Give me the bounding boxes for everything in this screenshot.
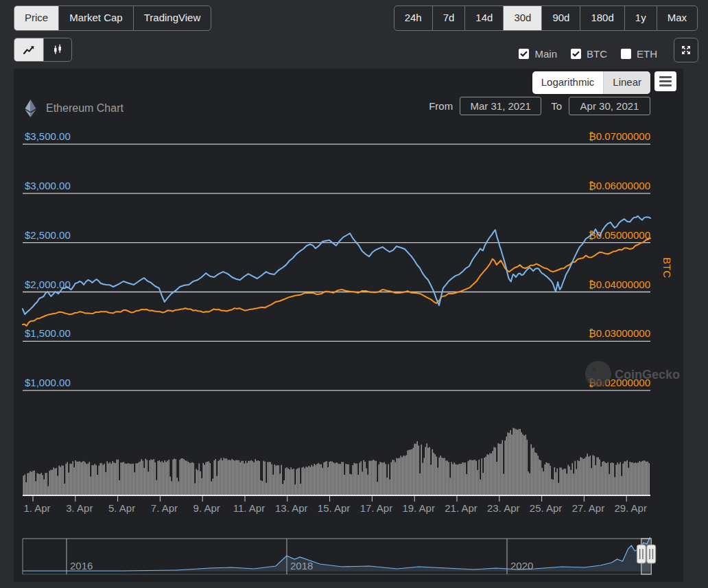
- navigator-handle-right[interactable]: [647, 545, 656, 563]
- date-range-controls: From Mar 31, 2021 To Apr 30, 2021: [429, 97, 650, 115]
- overlay-checkbox-btc[interactable]: BTC: [571, 48, 607, 60]
- scale-button-logarithmic[interactable]: Logarithmic: [532, 71, 604, 94]
- from-label: From: [429, 100, 453, 112]
- view-tab-market-cap[interactable]: Market Cap: [59, 6, 134, 30]
- x-tick-label: 23. Apr: [487, 502, 520, 514]
- chart-title: Ethereum Chart: [25, 99, 123, 117]
- x-tick-label: 11. Apr: [233, 502, 265, 514]
- x-tick-label: 27. Apr: [572, 502, 605, 514]
- expand-arrows-icon: [681, 45, 692, 56]
- watermark-text: CoinGecko: [615, 368, 680, 381]
- chart-type-button-candlestick-chart[interactable]: [44, 38, 71, 61]
- gridlines: [23, 144, 650, 390]
- btc-tick-label: ₿0.07000000: [589, 130, 650, 142]
- ethereum-price-chart[interactable]: $3,500.00$3,000.00$2,500.00$2,000.00$1,5…: [14, 69, 683, 582]
- range-button-30d[interactable]: 30d: [504, 6, 542, 30]
- range-button-180d[interactable]: 180d: [580, 6, 624, 30]
- overlay-checkboxes: MainBTCETH: [519, 48, 657, 60]
- range-button-1y[interactable]: 1y: [625, 6, 657, 30]
- to-label: To: [551, 100, 562, 112]
- candlestick-chart-icon: [52, 44, 63, 56]
- usd-tick-label: $1,000.00: [25, 377, 71, 388]
- usd-tick-label: $1,500.00: [25, 327, 71, 339]
- navigator-sparkline: [23, 537, 650, 571]
- checkbox-unchecked-icon: [621, 49, 631, 59]
- range-button-24h[interactable]: 24h: [394, 6, 433, 30]
- btc-tick-label: ₿0.06000000: [589, 180, 650, 191]
- view-tab-price[interactable]: Price: [14, 6, 59, 30]
- range-button-90d[interactable]: 90d: [542, 6, 580, 30]
- range-button-7d[interactable]: 7d: [433, 6, 466, 30]
- btc-axis-labels: ₿0.07000000₿0.06000000₿0.05000000₿0.0400…: [589, 130, 650, 388]
- usd-axis-labels: $3,500.00$3,000.00$2,500.00$2,000.00$1,5…: [25, 130, 71, 388]
- x-tick-label: 19. Apr: [402, 502, 435, 514]
- x-axis: 1. Apr3. Apr5. Apr7. Apr9. Apr11. Apr13.…: [23, 495, 650, 514]
- chart-title-label: Ethereum Chart: [46, 102, 123, 115]
- x-tick-label: 21. Apr: [445, 502, 477, 514]
- from-date-input[interactable]: Mar 31, 2021: [460, 97, 541, 115]
- volume-bars: [23, 428, 650, 495]
- chart-type-buttons: [14, 38, 72, 62]
- usd-tick-label: $2,500.00: [25, 229, 71, 241]
- overlay-checkbox-main[interactable]: Main: [519, 48, 557, 60]
- overlay-label: ETH: [637, 48, 657, 60]
- overlay-label: BTC: [587, 48, 607, 60]
- x-tick-label: 17. Apr: [360, 502, 393, 514]
- fullscreen-button[interactable]: [674, 38, 698, 62]
- chart-context-menu-button[interactable]: [654, 71, 676, 91]
- checkbox-checked-icon: [571, 49, 581, 59]
- btc-series-line: [23, 238, 650, 326]
- x-tick-label: 15. Apr: [318, 502, 351, 514]
- scale-buttons: LogarithmicLinear: [532, 71, 650, 94]
- range-button-max[interactable]: Max: [657, 6, 697, 30]
- range-button-14d[interactable]: 14d: [465, 6, 504, 30]
- btc-tick-label: ₿0.03000000: [589, 327, 650, 339]
- usd-series-line: [23, 216, 650, 314]
- chart-panel: $3,500.00$3,000.00$2,500.00$2,000.00$1,5…: [14, 69, 683, 582]
- view-tab-tradingview[interactable]: TradingView: [134, 6, 211, 30]
- x-tick-label: 5. Apr: [108, 502, 135, 514]
- x-tick-label: 13. Apr: [275, 502, 308, 514]
- range-buttons: 24h7d14d30d90d180d1yMax: [394, 5, 698, 31]
- view-tabs: PriceMarket CapTradingView: [14, 5, 211, 31]
- x-tick-label: 1. Apr: [23, 502, 50, 514]
- checkbox-checked-icon: [519, 49, 529, 59]
- x-tick-label: 3. Apr: [66, 502, 93, 514]
- line-chart-icon: [23, 45, 35, 56]
- usd-tick-label: $3,500.00: [25, 130, 71, 142]
- navigator[interactable]: 201620182020: [23, 537, 656, 574]
- usd-tick-label: $3,000.00: [25, 180, 71, 191]
- x-tick-label: 7. Apr: [151, 502, 178, 514]
- scale-button-linear[interactable]: Linear: [604, 71, 650, 94]
- navigator-handle-left[interactable]: [637, 545, 646, 563]
- btc-tick-label: ₿0.05000000: [589, 229, 650, 241]
- to-date-input[interactable]: Apr 30, 2021: [569, 97, 650, 115]
- overlay-label: Main: [534, 48, 557, 60]
- x-tick-label: 25. Apr: [530, 502, 563, 514]
- btc-tick-label: ₿0.04000000: [589, 279, 650, 290]
- overlay-checkbox-eth[interactable]: ETH: [621, 48, 657, 60]
- x-tick-label: 29. Apr: [614, 502, 647, 514]
- ethereum-logo: [25, 99, 36, 117]
- x-tick-label: 9. Apr: [193, 502, 220, 514]
- navigator-year-label: 2016: [70, 560, 93, 572]
- btc-axis-title: BTC: [661, 257, 673, 278]
- chart-type-button-line-chart[interactable]: [14, 38, 44, 61]
